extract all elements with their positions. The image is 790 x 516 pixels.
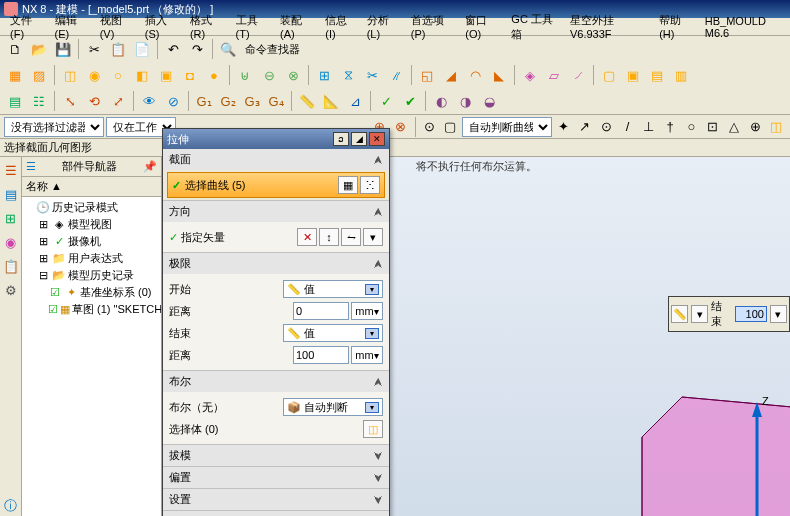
render2-icon[interactable]: ◑ (454, 90, 476, 112)
analyze-icon[interactable]: ✔ (399, 90, 421, 112)
menu-view[interactable]: 视图(V) (94, 12, 137, 41)
copy-icon[interactable]: 📋 (107, 38, 129, 60)
pt7-icon[interactable]: ○ (682, 116, 701, 138)
const-tab-icon[interactable]: ⊞ (2, 209, 20, 227)
datum-icon[interactable]: ◈ (519, 64, 541, 86)
end-distance-input[interactable] (293, 346, 349, 364)
section-header-draft[interactable]: 拔模⮟ (163, 445, 389, 466)
g4-icon[interactable]: G₄ (265, 90, 287, 112)
dyn-dd-icon[interactable]: ▾ (691, 305, 708, 323)
render1-icon[interactable]: ◐ (430, 90, 452, 112)
hide-icon[interactable]: ⊘ (162, 90, 184, 112)
feature-icon[interactable]: ◧ (131, 64, 153, 86)
vector-infer-icon[interactable]: ⥊ (341, 228, 361, 246)
block-icon[interactable]: ▣ (155, 64, 177, 86)
menu-prefs[interactable]: 首选项(P) (405, 12, 457, 41)
web-tab-icon[interactable]: ⓘ (2, 497, 20, 515)
g3-icon[interactable]: G₃ (241, 90, 263, 112)
reverse-dir-icon[interactable]: ✕ (297, 228, 317, 246)
tree-item-datum-csys[interactable]: ☑✦基准坐标系 (0) (24, 284, 159, 301)
extrude-icon[interactable]: ◫ (59, 64, 81, 86)
dialog-close-icon[interactable]: ✕ (369, 132, 385, 146)
tree-item-model-history[interactable]: ⊟📂模型历史记录 (24, 267, 159, 284)
menu-window[interactable]: 窗口(O) (459, 12, 503, 41)
tree-item-history-mode[interactable]: 🕒历史记录模式 (24, 199, 159, 216)
section-header-boolean[interactable]: 布尔⮝ (163, 371, 389, 392)
menu-hbmould[interactable]: HB_MOULD M6.6 (699, 14, 786, 40)
layer-icon[interactable]: ▤ (4, 90, 26, 112)
dyn-dd2-icon[interactable]: ▾ (770, 305, 787, 323)
pt4-icon[interactable]: / (618, 116, 637, 138)
undo-icon[interactable]: ↶ (162, 38, 184, 60)
pt9-icon[interactable]: △ (724, 116, 743, 138)
vector-dd-icon[interactable]: ▾ (363, 228, 383, 246)
meas3-icon[interactable]: ⊿ (344, 90, 366, 112)
section-header-direction[interactable]: 方向⮝ (163, 201, 389, 222)
section-header-settings[interactable]: 设置⮟ (163, 489, 389, 510)
menu-file[interactable]: 文件(F) (4, 12, 47, 41)
menu-tools[interactable]: 工具(T) (230, 12, 273, 41)
nav-col-header[interactable]: 名称 ▲ (22, 177, 161, 197)
box3-icon[interactable]: ▤ (646, 64, 668, 86)
select-curve-row[interactable]: ✓选择曲线 (5) ▦ ⵘ (167, 172, 385, 198)
start-type-dropdown[interactable]: 📏 值▾ (283, 280, 383, 298)
pt1-icon[interactable]: ✦ (554, 116, 573, 138)
sketch2-icon[interactable]: ▨ (28, 64, 50, 86)
menu-plugin[interactable]: 星空外挂 V6.933F (564, 12, 651, 41)
pt5-icon[interactable]: ⊥ (639, 116, 658, 138)
revolve-icon[interactable]: ◉ (83, 64, 105, 86)
unit-mm-2[interactable]: mm ▾ (351, 346, 383, 364)
start-distance-input[interactable] (293, 302, 349, 320)
dynamic-input-box[interactable]: 📏 ▾ 结束 ▾ (668, 296, 790, 332)
tree-item-sketch[interactable]: ☑▦草图 (1) "SKETCH_0 (24, 301, 159, 318)
scale-icon[interactable]: ⤢ (107, 90, 129, 112)
trim-icon[interactable]: ✂ (361, 64, 383, 86)
pt6-icon[interactable]: † (660, 116, 679, 138)
snap4-icon[interactable]: ▢ (441, 116, 460, 138)
pt11-icon[interactable]: ◫ (767, 116, 786, 138)
menu-insert[interactable]: 插入(S) (139, 12, 182, 41)
shell-icon[interactable]: ◱ (416, 64, 438, 86)
menu-gctoolbox[interactable]: GC 工具箱 (505, 11, 562, 43)
snap2-icon[interactable]: ⊗ (391, 116, 410, 138)
dyn-value-input[interactable] (735, 306, 767, 322)
intersect-icon[interactable]: ⊗ (282, 64, 304, 86)
select-body-icon[interactable]: ◫ (363, 420, 383, 438)
tree-item-model-view[interactable]: ⊞◈模型视图 (24, 216, 159, 233)
pt10-icon[interactable]: ⊕ (746, 116, 765, 138)
dialog-reset-icon[interactable]: ວ (333, 132, 349, 146)
snap3-icon[interactable]: ⊙ (419, 116, 438, 138)
cmdfinder-icon[interactable]: 🔍 (217, 38, 239, 60)
plane-icon[interactable]: ▱ (543, 64, 565, 86)
hole-icon[interactable]: ○ (107, 64, 129, 86)
render3-icon[interactable]: ◒ (478, 90, 500, 112)
menu-edit[interactable]: 编辑(E) (49, 12, 92, 41)
move-icon[interactable]: ⤡ (59, 90, 81, 112)
nav-tab-icon[interactable]: ☰ (2, 161, 20, 179)
tree-item-camera[interactable]: ⊞✓摄像机 (24, 233, 159, 250)
check-icon[interactable]: ✓ (375, 90, 397, 112)
layers-icon[interactable]: ☷ (28, 90, 50, 112)
draft-icon[interactable]: ◢ (440, 64, 462, 86)
show-icon[interactable]: 👁 (138, 90, 160, 112)
menu-format[interactable]: 格式(R) (184, 12, 228, 41)
pt8-icon[interactable]: ⊡ (703, 116, 722, 138)
section-header-limits[interactable]: 极限⮝ (163, 253, 389, 274)
rotate-icon[interactable]: ⟲ (83, 90, 105, 112)
new-icon[interactable]: 🗋 (4, 38, 26, 60)
save-icon[interactable]: 💾 (52, 38, 74, 60)
nav-pin-icon[interactable]: 📌 (143, 160, 157, 173)
box1-icon[interactable]: ▢ (598, 64, 620, 86)
curve-rule-icon[interactable]: ⵘ (360, 176, 380, 194)
pt2-icon[interactable]: ↗ (575, 116, 594, 138)
hist-tab-icon[interactable]: 📋 (2, 257, 20, 275)
tree-item-user-expr[interactable]: ⊞📁用户表达式 (24, 250, 159, 267)
unit-mm[interactable]: mm ▾ (351, 302, 383, 320)
subtract-icon[interactable]: ⊖ (258, 64, 280, 86)
sketch-icon[interactable]: ▦ (4, 64, 26, 86)
blend-icon[interactable]: ◠ (464, 64, 486, 86)
sphere-icon[interactable]: ● (203, 64, 225, 86)
section-header-offset[interactable]: 偏置⮟ (163, 467, 389, 488)
boolean-dropdown[interactable]: 📦 自动判断▾ (283, 398, 383, 416)
cut-icon[interactable]: ✂ (83, 38, 105, 60)
